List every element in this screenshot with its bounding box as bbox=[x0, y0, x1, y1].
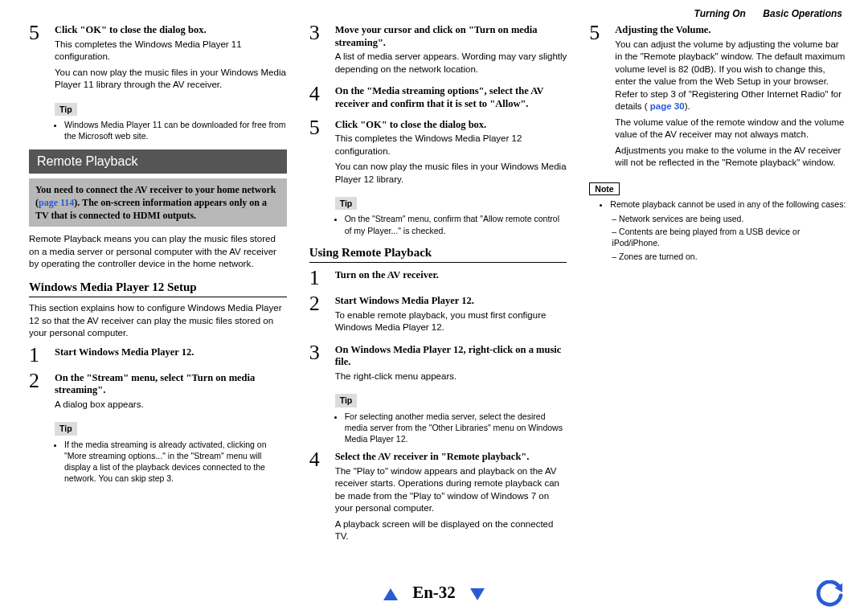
step-title: Start Windows Media Player 12. bbox=[335, 295, 567, 308]
step-body-post: ). bbox=[685, 101, 690, 111]
back-arrow-icon bbox=[817, 580, 844, 608]
note-label: Note bbox=[589, 182, 619, 195]
heading-body: This section explains how to configure W… bbox=[29, 302, 287, 340]
step-4-remote: 4 Select the AV receiver in "Remote play… bbox=[309, 449, 567, 546]
step-body-pre: You can adjust the volume by adjusting t… bbox=[615, 39, 845, 112]
page-number: En-32 bbox=[412, 583, 456, 603]
step-body: A playback screen will be displayed on t… bbox=[335, 518, 567, 543]
step-title: Start Windows Media Player 12. bbox=[55, 346, 287, 359]
step-body: The volume value of the remote window an… bbox=[615, 117, 847, 141]
important-notice-box: You need to connect the AV receiver to y… bbox=[29, 178, 287, 227]
step-number: 2 bbox=[29, 370, 47, 415]
step-title: On Windows Media Player 12, right-click … bbox=[335, 344, 567, 369]
intro-text: Remote Playback means you can play the m… bbox=[29, 233, 287, 271]
section-heading-remote-playback: Remote Playback bbox=[29, 149, 287, 174]
step-body: A dialog box appears. bbox=[55, 399, 287, 411]
step-number: 3 bbox=[309, 342, 327, 387]
header-turning-on: Turning On bbox=[694, 8, 746, 19]
tip-item: If the media streaming is already activa… bbox=[64, 439, 287, 485]
header: Turning On Basic Operations bbox=[680, 8, 842, 19]
step-number: 4 bbox=[309, 449, 327, 546]
step-body: This completes the Windows Media Player … bbox=[55, 39, 287, 63]
page-footer: En-32 bbox=[0, 583, 868, 603]
step-title: Move your cursor and click on "Turn on m… bbox=[335, 24, 567, 49]
step-number: 3 bbox=[309, 23, 327, 79]
step-1-remote: 1 Turn on the AV receiver. bbox=[309, 268, 567, 289]
step-body: To enable remote playback, you must firs… bbox=[335, 309, 567, 334]
column-1: 5 Click "OK" to close the dialog box. Th… bbox=[29, 18, 287, 550]
step-body: Adjustments you make to the volume in th… bbox=[615, 145, 847, 170]
step-title: On the "Media streaming options", select… bbox=[335, 85, 567, 110]
column-2: 3 Move your cursor and click on "Turn on… bbox=[309, 18, 567, 550]
tip-label: Tip bbox=[55, 103, 77, 116]
step-title: On the "Stream" menu, select "Turn on me… bbox=[55, 372, 287, 397]
step-number: 1 bbox=[309, 268, 327, 289]
tip-label: Tip bbox=[55, 422, 77, 435]
note-item: Zones are turned on. bbox=[612, 251, 847, 262]
tip-item: For selecting another media server, sele… bbox=[345, 411, 567, 445]
step-number: 5 bbox=[29, 23, 47, 95]
heading-wmp12-setup: Windows Media Player 12 Setup bbox=[29, 279, 287, 297]
step-3-wmp12-setup: 3 Move your cursor and click on "Turn on… bbox=[309, 23, 567, 79]
step-number: 4 bbox=[309, 84, 327, 112]
step-number: 5 bbox=[309, 117, 327, 190]
next-page-icon[interactable] bbox=[470, 588, 485, 600]
step-body: A list of media server appears. Wording … bbox=[335, 51, 567, 76]
page-link-114[interactable]: page 114 bbox=[39, 197, 74, 208]
header-basic-ops: Basic Operations bbox=[763, 8, 842, 19]
step-title: Click "OK" to close the dialog box. bbox=[55, 24, 287, 37]
step-1-wmp12-setup: 1 Start Windows Media Player 12. bbox=[29, 345, 287, 366]
step-3-remote: 3 On Windows Media Player 12, right-clic… bbox=[309, 342, 567, 387]
step-body: You can now play the music files in your… bbox=[335, 161, 567, 186]
step-4-wmp12-setup: 4 On the "Media streaming options", sele… bbox=[309, 84, 567, 112]
page: Turning On Basic Operations 5 Click "OK"… bbox=[0, 0, 868, 614]
step-title: Click "OK" to close the dialog box. bbox=[335, 119, 567, 132]
note-intro: Remote playback cannot be used in any of… bbox=[610, 199, 847, 210]
step-body: You can now play the music files in your… bbox=[55, 67, 287, 92]
note-item: Contents are being played from a USB dev… bbox=[612, 226, 847, 248]
step-title: Adjusting the Volume. bbox=[615, 24, 847, 37]
note-item: Network services are being used. bbox=[612, 213, 847, 224]
tip-item: Windows Media Player 11 can be downloade… bbox=[64, 119, 287, 141]
step-body: This completes the Windows Media Player … bbox=[335, 133, 567, 158]
step-5b-wmp12-setup: 5 Click "OK" to close the dialog box. Th… bbox=[309, 117, 567, 190]
page-link-30[interactable]: page 30 bbox=[650, 101, 685, 111]
prev-page-icon[interactable] bbox=[383, 588, 398, 600]
step-body: The right-click menu appears. bbox=[335, 370, 567, 383]
step-5-wmp11: 5 Click "OK" to close the dialog box. Th… bbox=[29, 23, 287, 95]
heading-using-remote-playback: Using Remote Playback bbox=[309, 244, 567, 263]
tip-item: On the "Stream" menu, confirm that "Allo… bbox=[345, 213, 567, 235]
step-body: You can adjust the volume by adjusting t… bbox=[615, 39, 847, 113]
tip-label: Tip bbox=[335, 394, 358, 407]
step-number: 2 bbox=[309, 293, 327, 338]
step-title: Turn on the AV receiver. bbox=[335, 269, 567, 282]
step-number: 1 bbox=[29, 345, 47, 366]
step-body: The "Play to" window appears and playbac… bbox=[335, 465, 567, 515]
step-number: 5 bbox=[589, 23, 607, 173]
column-3: 5 Adjusting the Volume. You can adjust t… bbox=[589, 18, 847, 550]
back-button[interactable] bbox=[817, 580, 844, 608]
tip-label: Tip bbox=[335, 197, 358, 210]
step-5-volume: 5 Adjusting the Volume. You can adjust t… bbox=[589, 23, 847, 173]
step-2-wmp12-setup: 2 On the "Stream" menu, select "Turn on … bbox=[29, 370, 287, 415]
step-title: Select the AV receiver in "Remote playba… bbox=[335, 451, 567, 464]
step-2-remote: 2 Start Windows Media Player 12. To enab… bbox=[309, 293, 567, 338]
